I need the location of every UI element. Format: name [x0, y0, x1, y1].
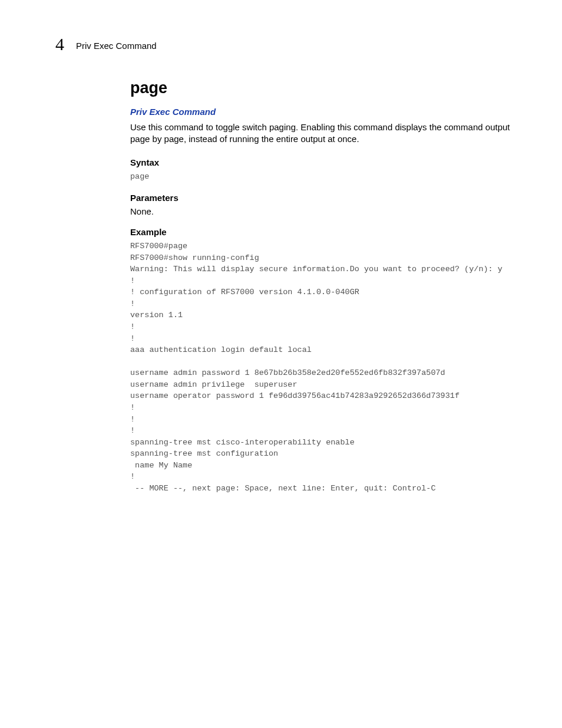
description-paragraph: Use this command to toggle switch paging…: [130, 121, 525, 146]
example-code-block: RFS7000#page RFS7000#show running-config…: [130, 241, 525, 494]
example-heading: Example: [130, 227, 525, 237]
parameters-heading: Parameters: [130, 193, 525, 203]
page-container: 4 Priv Exec Command page Priv Exec Comma…: [0, 0, 562, 728]
breadcrumb-link[interactable]: Priv Exec Command: [130, 107, 525, 117]
running-header-title: Priv Exec Command: [76, 41, 157, 51]
page-header: 4 Priv Exec Command: [55, 34, 157, 54]
syntax-heading: Syntax: [130, 157, 525, 167]
main-content: page Priv Exec Command Use this command …: [130, 79, 525, 494]
chapter-number: 4: [55, 34, 64, 54]
page-title: page: [130, 79, 525, 97]
syntax-code: page: [130, 171, 525, 183]
parameters-text: None.: [130, 206, 525, 216]
